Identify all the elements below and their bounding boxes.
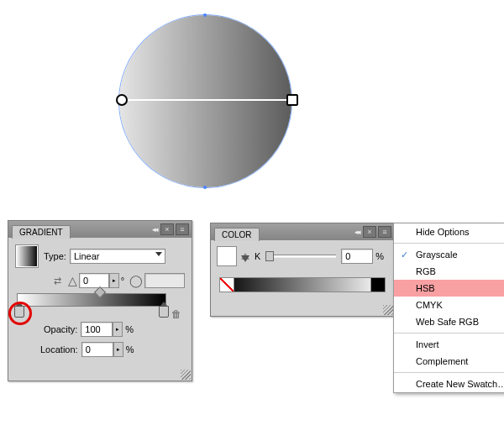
opacity-label: Opacity: [44, 324, 77, 334]
type-label: Type: [44, 251, 66, 261]
aspect-ratio-input [144, 273, 185, 288]
gradient-panel: GRADIENT ◂◂ × ≡ Type: Linear ⇄ △ 0 ▸ ° ◯ [8, 220, 192, 381]
menu-separator [394, 333, 504, 334]
selection-handle-top[interactable] [203, 13, 207, 17]
collapse-chevrons-icon[interactable]: ◂◂ [354, 228, 360, 236]
gradient-origin-handle[interactable] [116, 94, 128, 106]
panel-menu-button[interactable]: ≡ [176, 223, 189, 235]
chevron-down-icon [155, 252, 162, 256]
gradient-circle[interactable] [119, 15, 291, 187]
black-color-box[interactable] [370, 277, 386, 292]
trash-icon[interactable]: 🗑 [171, 308, 181, 318]
gradient-panel-header[interactable]: GRADIENT ◂◂ × ≡ [8, 221, 192, 238]
color-panel-header[interactable]: COLOR ◂◂ × ≡ [211, 223, 394, 240]
reverse-gradient-icon[interactable]: ⇄ [54, 276, 61, 286]
menu-hsb[interactable]: HSB [394, 280, 504, 297]
gradient-end-handle[interactable] [286, 94, 298, 106]
k-slider-track[interactable] [269, 255, 336, 258]
menu-invert[interactable]: Invert [394, 336, 504, 353]
canvas-area[interactable] [0, 0, 504, 218]
angle-spinner[interactable]: ▸ [109, 273, 118, 288]
k-value-input[interactable]: 0 [341, 249, 373, 264]
fill-stroke-toggle-icon[interactable] [241, 255, 249, 262]
color-panel: COLOR ◂◂ × ≡ K 0 % [210, 223, 395, 317]
menu-hide-options[interactable]: Hide Options [394, 223, 504, 240]
gradient-annotator-axis[interactable] [117, 99, 297, 101]
resize-grip[interactable] [181, 370, 191, 380]
menu-grayscale[interactable]: ✓Grayscale [394, 246, 504, 263]
location-label: Location: [40, 344, 78, 355]
resize-grip[interactable] [383, 305, 393, 315]
menu-complement[interactable]: Complement [394, 353, 504, 370]
opacity-unit: % [125, 324, 134, 334]
selection-handle-bottom[interactable] [203, 186, 207, 189]
fill-swatch[interactable] [218, 247, 236, 265]
opacity-spinner[interactable]: ▸ [113, 322, 123, 337]
panel-menu-button[interactable]: ≡ [378, 226, 391, 238]
channel-k-label: K [255, 251, 260, 261]
gradient-stop-right[interactable] [159, 306, 169, 318]
menu-websafe-rgb[interactable]: Web Safe RGB [394, 313, 504, 330]
gradient-tab[interactable]: GRADIENT [12, 225, 71, 239]
aspect-ratio-icon: ◯ [129, 274, 143, 287]
gradient-type-value: Linear [74, 251, 100, 261]
none-color-box[interactable] [219, 277, 234, 292]
menu-separator [394, 243, 504, 244]
panel-close-button[interactable]: × [160, 223, 174, 235]
gradient-ramp[interactable]: 🗑 [17, 293, 183, 307]
gradient-strip[interactable] [17, 293, 166, 307]
color-panel-flyout-menu: Hide Options ✓Grayscale RGB HSB CMYK Web… [393, 223, 504, 393]
gradient-type-select[interactable]: Linear [70, 249, 165, 264]
menu-rgb[interactable]: RGB [394, 263, 504, 280]
gradient-stop-left[interactable] [14, 306, 24, 318]
color-tab[interactable]: COLOR [214, 228, 260, 241]
menu-create-swatch[interactable]: Create New Swatch… [394, 376, 504, 392]
k-slider-knob[interactable] [265, 251, 274, 261]
collapse-chevrons-icon[interactable]: ◂◂ [152, 225, 157, 234]
angle-icon: △ [68, 274, 77, 287]
menu-separator [394, 372, 504, 373]
panel-close-button[interactable]: × [363, 226, 376, 238]
angle-input[interactable]: 0 [79, 273, 109, 288]
k-unit: % [375, 251, 384, 261]
grayscale-spectrum[interactable] [219, 277, 386, 292]
gradient-preview-swatch[interactable] [15, 244, 39, 268]
check-icon: ✓ [401, 250, 408, 260]
opacity-input[interactable]: 100 [81, 322, 113, 337]
location-unit: % [126, 344, 134, 355]
menu-cmyk[interactable]: CMYK [394, 297, 504, 313]
location-spinner[interactable]: ▸ [113, 342, 123, 357]
location-input[interactable]: 0 [81, 342, 113, 357]
